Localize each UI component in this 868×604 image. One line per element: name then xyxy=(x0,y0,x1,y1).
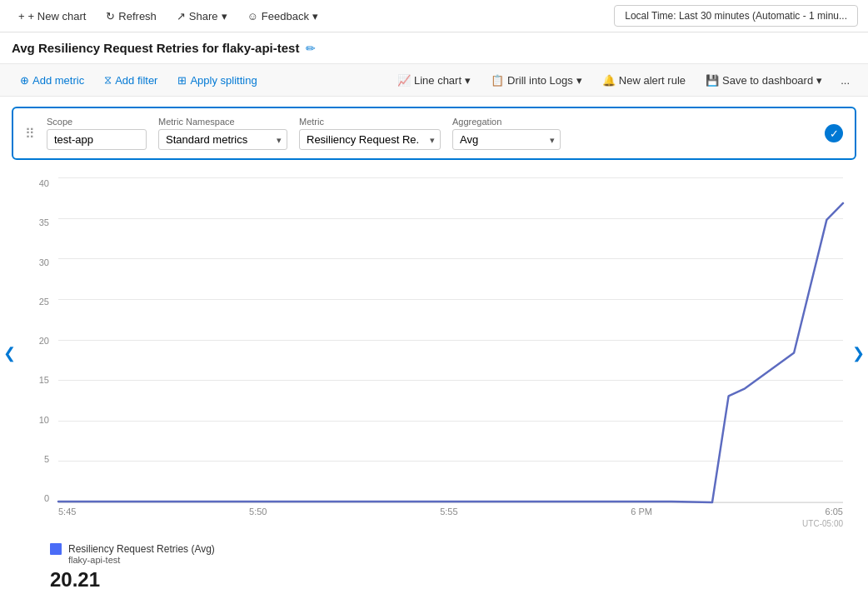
more-button[interactable]: ... xyxy=(834,70,856,91)
y-axis: 0 5 10 15 20 25 30 35 40 xyxy=(25,178,54,503)
y-label-30: 30 xyxy=(25,257,54,267)
y-label-25: 25 xyxy=(25,297,54,307)
legend-color-swatch xyxy=(50,543,62,555)
y-label-15: 15 xyxy=(25,375,54,385)
page-title: Avg Resiliency Request Retries for flaky… xyxy=(12,41,299,55)
check-symbol: ✓ xyxy=(830,127,839,140)
x-axis: 5:45 5:50 5:55 6 PM 6:05 UTC-05:00 xyxy=(58,503,843,528)
refresh-icon: ↻ xyxy=(106,10,115,22)
share-chevron-icon: ▾ xyxy=(222,10,227,22)
filter-icon: ⧖ xyxy=(104,73,112,87)
new-alert-rule-label: New alert rule xyxy=(619,74,686,87)
utc-label: UTC-05:00 xyxy=(802,519,843,528)
x-label-605: 6:05 xyxy=(826,507,843,517)
drill-chevron-icon: ▾ xyxy=(576,74,582,87)
feedback-icon: ☺ xyxy=(247,10,258,22)
x-label-545: 5:45 xyxy=(58,507,76,517)
namespace-select-wrapper: Standard metrics xyxy=(158,129,287,150)
alert-icon: 🔔 xyxy=(602,74,616,87)
share-button[interactable]: ↗ Share ▾ xyxy=(168,6,236,27)
save-chevron-icon: ▾ xyxy=(816,74,822,87)
x-label-6pm: 6 PM xyxy=(631,507,652,517)
line-chart-chevron-icon: ▾ xyxy=(465,74,471,87)
y-label-5: 5 xyxy=(25,454,54,464)
feedback-button[interactable]: ☺ Feedback ▾ xyxy=(239,6,327,27)
namespace-label: Metric Namespace xyxy=(158,117,287,127)
legend-text-group: Resiliency Request Retries (Avg) flaky-a… xyxy=(68,543,215,565)
title-bar: Avg Resiliency Request Retries for flaky… xyxy=(0,32,868,63)
feedback-label: Feedback xyxy=(262,10,309,22)
add-filter-label: Add filter xyxy=(115,74,157,87)
add-metric-label: Add metric xyxy=(32,74,84,87)
y-label-0: 0 xyxy=(25,493,54,503)
legend-row: Resiliency Request Retries (Avg) flaky-a… xyxy=(50,543,818,565)
metric-select[interactable]: Resiliency Request Re... xyxy=(299,129,441,150)
chart-plot-area: 0 5 10 15 20 25 30 35 40 xyxy=(25,178,843,528)
metric-field: Metric Resiliency Request Re... xyxy=(299,117,441,150)
scope-field: Scope xyxy=(47,117,147,150)
chart-svg xyxy=(58,178,843,502)
namespace-field: Metric Namespace Standard metrics xyxy=(158,117,287,150)
scope-input[interactable] xyxy=(47,129,147,150)
x-label-555: 5:55 xyxy=(440,507,457,517)
left-chevron-icon: ❮ xyxy=(3,345,16,362)
time-selector-label: Local Time: Last 30 minutes (Automatic -… xyxy=(625,10,847,22)
apply-splitting-label: Apply splitting xyxy=(190,74,257,87)
drag-handle-icon[interactable]: ⠿ xyxy=(25,126,35,142)
top-bar: + + New chart ↻ Refresh ↗ Share ▾ ☺ Feed… xyxy=(0,0,868,32)
y-label-35: 35 xyxy=(25,217,54,227)
y-label-20: 20 xyxy=(25,336,54,346)
feedback-chevron-icon: ▾ xyxy=(312,10,318,22)
legend-series-label: Resiliency Request Retries (Avg) xyxy=(68,543,215,555)
scope-label: Scope xyxy=(47,117,147,127)
drill-into-logs-button[interactable]: 📋 Drill into Logs ▾ xyxy=(482,70,591,91)
chart-plot xyxy=(58,178,843,503)
namespace-select[interactable]: Standard metrics xyxy=(158,129,287,150)
action-bar: ⊕ Add metric ⧖ Add filter ⊞ Apply splitt… xyxy=(0,63,868,97)
share-icon: ↗ xyxy=(177,10,186,22)
legend-sub-label: flaky-api-test xyxy=(68,555,215,565)
add-metric-icon: ⊕ xyxy=(20,74,29,87)
x-label-550: 5:50 xyxy=(249,507,267,517)
line-chart-icon: 📈 xyxy=(397,74,411,87)
refresh-label: Refresh xyxy=(118,10,157,22)
chart-container: ❮ ❯ 0 5 10 15 20 25 30 35 40 xyxy=(12,170,856,537)
config-check-icon[interactable]: ✓ xyxy=(825,124,843,142)
add-metric-button[interactable]: ⊕ Add metric xyxy=(12,70,92,91)
y-label-40: 40 xyxy=(25,178,54,188)
more-label: ... xyxy=(841,74,850,87)
action-bar-right: 📈 Line chart ▾ 📋 Drill into Logs ▾ 🔔 New… xyxy=(389,70,856,91)
new-chart-button[interactable]: + + New chart xyxy=(10,6,94,27)
plus-icon: + xyxy=(18,10,25,22)
edit-icon[interactable]: ✏ xyxy=(306,42,316,55)
legend-value: 20.21 xyxy=(50,568,818,592)
splitting-icon: ⊞ xyxy=(177,74,187,87)
new-alert-rule-button[interactable]: 🔔 New alert rule xyxy=(594,70,694,91)
aggregation-select-wrapper: Avg xyxy=(452,129,561,150)
y-label-10: 10 xyxy=(25,415,54,425)
metric-label: Metric xyxy=(299,117,441,127)
save-to-dashboard-label: Save to dashboard xyxy=(722,74,813,87)
share-label: Share xyxy=(189,10,218,22)
refresh-button[interactable]: ↻ Refresh xyxy=(97,6,165,27)
drill-into-logs-label: Drill into Logs xyxy=(507,74,573,87)
aggregation-select[interactable]: Avg xyxy=(452,129,561,150)
chart-legend: Resiliency Request Retries (Avg) flaky-a… xyxy=(50,543,818,592)
line-chart-button[interactable]: 📈 Line chart ▾ xyxy=(389,70,479,91)
drill-icon: 📋 xyxy=(491,74,504,87)
right-chevron-icon: ❯ xyxy=(852,345,865,362)
chart-prev-button[interactable]: ❮ xyxy=(0,337,22,369)
new-chart-label: + New chart xyxy=(28,10,87,22)
apply-splitting-button[interactable]: ⊞ Apply splitting xyxy=(169,70,265,91)
time-selector-button[interactable]: Local Time: Last 30 minutes (Automatic -… xyxy=(614,5,858,27)
aggregation-label: Aggregation xyxy=(452,117,561,127)
aggregation-field: Aggregation Avg xyxy=(452,117,561,150)
metric-select-wrapper: Resiliency Request Re... xyxy=(299,129,441,150)
save-icon: 💾 xyxy=(706,74,719,87)
metric-config: ⠿ Scope Metric Namespace Standard metric… xyxy=(12,107,856,160)
save-to-dashboard-button[interactable]: 💾 Save to dashboard ▾ xyxy=(697,70,831,91)
line-chart-label: Line chart xyxy=(414,74,461,87)
chart-next-button[interactable]: ❯ xyxy=(846,337,868,369)
add-filter-button[interactable]: ⧖ Add filter xyxy=(96,69,166,91)
